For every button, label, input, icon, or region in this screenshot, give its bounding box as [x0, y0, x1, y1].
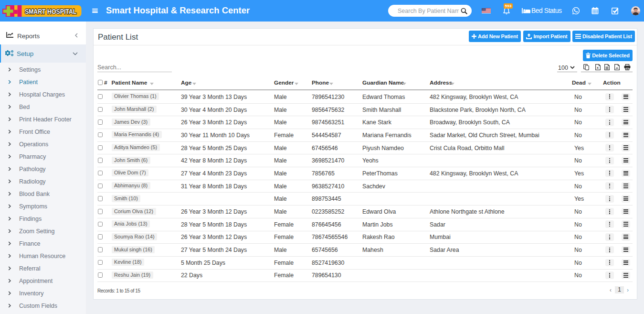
svg-text:SMART HOSPITAL: SMART HOSPITAL [25, 7, 76, 15]
svg-text:x: x [597, 66, 599, 69]
